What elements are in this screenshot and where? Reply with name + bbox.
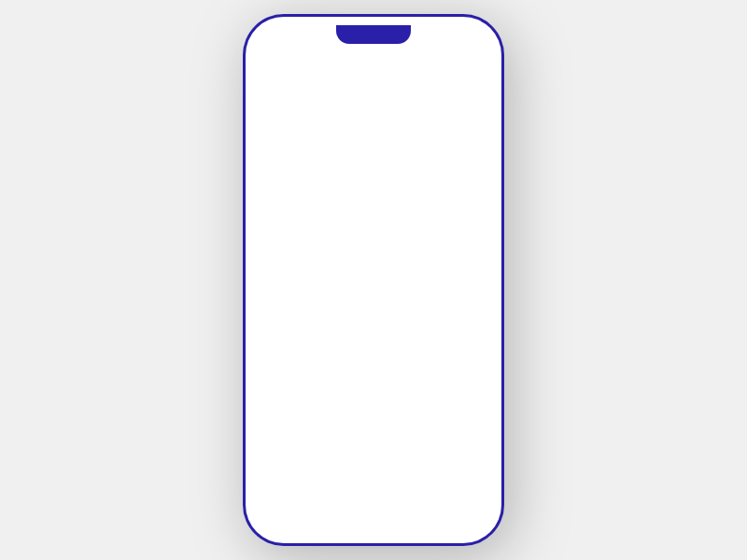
explore-label: Explore (389, 514, 418, 524)
bookmark-button[interactable]: 🔖 (450, 142, 474, 166)
dot-1 (357, 310, 362, 315)
card-dots (276, 310, 471, 315)
phone-wrapper: 9:41 ▲▲▲ WiFi ▓ ☰ C omnicourse 🔍 Feature… (243, 14, 504, 546)
topic-1[interactable]: Topic 1 (269, 361, 333, 385)
nav-library[interactable]: 📚 My library (433, 495, 493, 524)
topic-3[interactable]: Topic 3 (414, 361, 478, 385)
card-course-title: Leading to change (276, 241, 471, 259)
home-icon: ⌂ (279, 495, 289, 511)
home-label: Home (272, 513, 295, 523)
featured-section: Featured Courses New picks every day you… (254, 79, 493, 125)
learnbites-label: Learnbites (324, 514, 363, 524)
menu-icon[interactable]: ☰ (269, 55, 282, 73)
topics-header: Topics All Topic (269, 338, 478, 354)
bookmark-icon: 🔖 (456, 147, 470, 161)
nav-explore[interactable]: ◎ Explore (374, 495, 433, 524)
nav-home[interactable]: ⌂ Home (254, 495, 314, 524)
topic-4[interactable]: Topic 4 (269, 393, 333, 417)
topic-2[interactable]: Topic 2 (341, 361, 405, 385)
logo-icon: C (318, 53, 339, 74)
topics-title: Topics (269, 338, 313, 354)
signal-icon: ▲▲▲ (420, 34, 445, 43)
topics-grid: Topic 1 Topic 2 Topic 3 Topic 4 Topic 5 (269, 361, 478, 417)
featured-subtitle: New picks every day you might like (269, 106, 478, 118)
clock-icon: 🕐 (280, 145, 291, 155)
explore-icon: ◎ (397, 495, 410, 512)
logo-area: C omnicourse (318, 53, 423, 74)
card-description: Leadership in change and transformation … (276, 263, 471, 302)
topic-5[interactable]: Topic 5 (341, 393, 405, 417)
library-icon: 📚 (454, 495, 472, 512)
card-content: Leading to change Leadership in change a… (263, 231, 484, 329)
dot-4 (385, 310, 390, 315)
learnbites-icon: ⚡ (334, 495, 353, 512)
status-time: 9:41 (273, 33, 293, 44)
topics-section: Topics All Topic Topic 1 Topic 2 Topic 3… (254, 329, 493, 417)
notch (336, 25, 411, 44)
featured-title: Featured Courses (269, 83, 478, 105)
course-card[interactable]: 🕐 1 hours 🔖 #Leadership Leading to chang… (263, 133, 484, 329)
wifi-icon: WiFi (448, 34, 466, 43)
dot-3 (375, 310, 381, 315)
library-label: My library (444, 514, 481, 524)
dot-2 (366, 310, 372, 315)
battery-icon: ▓ (468, 34, 474, 43)
bottom-nav: ⌂ Home ⚡ Learnbites ◎ Explore 📚 My libra… (254, 486, 493, 535)
status-icons: ▲▲▲ WiFi ▓ (420, 34, 474, 43)
logo-text: omnicourse (344, 56, 423, 72)
topics-all-link[interactable]: All Topic (437, 340, 478, 353)
card-duration: 🕐 1 hours (273, 142, 333, 158)
nav-learnbites[interactable]: ⚡ Learnbites (314, 495, 374, 524)
top-nav: ☰ C omnicourse 🔍 (254, 48, 493, 79)
search-icon[interactable]: 🔍 (459, 55, 478, 73)
phone-screen: 9:41 ▲▲▲ WiFi ▓ ☰ C omnicourse 🔍 Feature… (254, 25, 493, 535)
